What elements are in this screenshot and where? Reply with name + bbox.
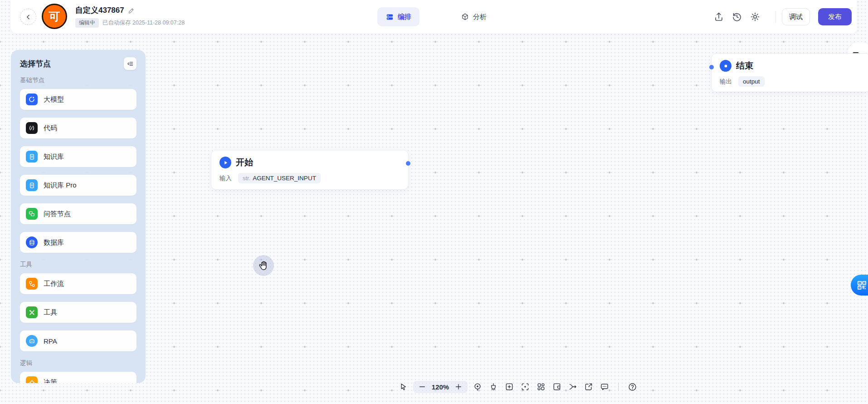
section-label-logic: 逻辑 (20, 359, 137, 367)
item-label: 决策 (44, 378, 57, 384)
sidebar-item-workflow[interactable]: 工作流 (20, 273, 137, 294)
settings-gear-icon[interactable] (750, 11, 761, 22)
sidebar-item-decision[interactable]: 决策 (20, 372, 137, 383)
sidebar-item-qa[interactable]: 问答节点 (20, 203, 137, 224)
item-label: RPA (44, 337, 57, 345)
tab-orchestrate[interactable]: 编排 (377, 7, 419, 26)
code-icon (26, 122, 38, 134)
llm-icon (26, 94, 38, 105)
tidy-layout-button[interactable] (488, 381, 499, 393)
param-type: str. (243, 175, 250, 182)
edit-pencil-icon[interactable] (128, 7, 135, 14)
item-label: 问答节点 (44, 210, 71, 218)
canvas-toolbar: 120% (397, 379, 638, 395)
tool-icon (26, 306, 38, 318)
item-label: 代码 (44, 124, 57, 133)
knowledge-pro-icon (26, 179, 38, 191)
export-canvas-button[interactable] (583, 381, 595, 393)
debug-button[interactable]: 调试 (782, 8, 810, 25)
minimap-icon (552, 382, 561, 391)
end-output-label: 输出 (720, 78, 732, 86)
history-icon[interactable] (731, 11, 742, 22)
orchestrate-icon (385, 13, 394, 21)
section-label-tools: 工具 (20, 261, 137, 269)
logo-text: 可 (49, 9, 60, 24)
blocks-icon (536, 382, 546, 391)
app-logo: 可 (42, 4, 67, 29)
item-label: 数据库 (44, 238, 64, 247)
tab-analyze-label: 分析 (473, 13, 487, 21)
collapse-panel-button[interactable] (124, 57, 137, 70)
auto-layout-button[interactable] (535, 381, 547, 393)
pointer-tool-button[interactable] (397, 381, 409, 393)
item-label: 大模型 (44, 95, 64, 104)
zoom-in-icon[interactable] (455, 383, 462, 390)
zoom-level: 120% (430, 383, 450, 391)
tab-analyze[interactable]: 分析 (456, 7, 491, 26)
page-title: 自定义437867 (75, 5, 124, 15)
item-label: 工作流 (44, 280, 64, 288)
minimap-button[interactable] (551, 381, 563, 393)
sidebar-item-tool[interactable]: 工具 (20, 302, 137, 323)
item-label: 工具 (44, 308, 57, 317)
rpa-icon (26, 335, 38, 347)
hand-icon (258, 260, 270, 272)
start-icon (219, 157, 231, 168)
end-input-port[interactable] (709, 65, 714, 69)
tab-orchestrate-label: 编排 (398, 13, 411, 21)
node-palette-sidebar: 选择节点 基础节点 大模型 代码 知识库 知识库 Pro 问答节点 数据库 工具… (11, 50, 146, 383)
start-input-chip: str. AGENT_USER_INPUT (238, 173, 321, 183)
start-output-port[interactable] (406, 161, 410, 166)
param-value: output (743, 78, 760, 85)
chevron-left-icon (25, 14, 31, 20)
decision-icon (26, 376, 38, 383)
database-icon (26, 236, 38, 248)
sidebar-item-database[interactable]: 数据库 (20, 232, 137, 253)
end-icon (720, 60, 731, 72)
comment-button[interactable] (599, 381, 610, 393)
workflow-icon (26, 278, 38, 290)
toolbar-divider (618, 383, 619, 391)
hand-grab-cursor (253, 255, 274, 276)
sidebar-title: 选择节点 (20, 59, 51, 69)
knowledge-icon (26, 151, 38, 163)
end-output-chip: output (738, 76, 765, 87)
item-label: 知识库 (44, 153, 64, 161)
add-square-icon (505, 382, 514, 391)
zoom-control: 120% (413, 381, 468, 393)
start-node-title: 开始 (236, 157, 253, 168)
title-area: 自定义437867 编辑中 已自动保存 2025-11-28 09:07:28 (75, 5, 185, 28)
merge-branch-button[interactable] (567, 381, 579, 393)
autosave-text: 已自动保存 2025-11-28 09:07:28 (102, 19, 185, 27)
help-button[interactable] (626, 381, 638, 393)
qr-code-button[interactable] (851, 275, 868, 296)
sidebar-item-knowledge-pro[interactable]: 知识库 Pro (20, 175, 137, 196)
analyze-cube-icon (461, 13, 469, 21)
item-label: 知识库 Pro (44, 181, 77, 190)
sidebar-item-rpa[interactable]: RPA (20, 330, 137, 351)
sidebar-item-knowledge[interactable]: 知识库 (20, 146, 137, 167)
brush-icon (489, 382, 498, 391)
status-badge: 编辑中 (75, 18, 99, 28)
add-node-button[interactable] (503, 381, 515, 393)
top-header: 可 自定义437867 编辑中 已自动保存 2025-11-28 09:07:2… (11, 0, 857, 34)
export-up-icon[interactable] (713, 11, 724, 22)
merge-icon (568, 382, 577, 391)
start-node[interactable]: 开始 输入 str. AGENT_USER_INPUT (211, 150, 409, 190)
publish-button[interactable]: 发布 (818, 8, 852, 25)
section-label-basic: 基础节点 (20, 76, 137, 84)
zoom-out-icon[interactable] (419, 383, 426, 390)
sidebar-item-llm[interactable]: 大模型 (20, 89, 137, 110)
header-divider (775, 11, 776, 23)
focus-frame-icon (521, 382, 530, 391)
fit-view-button[interactable] (519, 381, 531, 393)
export-arrow-icon (584, 382, 593, 391)
collapse-panel-icon (127, 60, 134, 67)
help-icon (628, 382, 637, 392)
qr-code-icon (857, 280, 867, 291)
end-node-title: 结束 (736, 60, 753, 72)
locate-button[interactable] (472, 381, 483, 393)
back-button[interactable] (20, 9, 36, 25)
end-node[interactable]: 结束 输出 output (711, 53, 868, 92)
sidebar-item-code[interactable]: 代码 (20, 118, 137, 138)
